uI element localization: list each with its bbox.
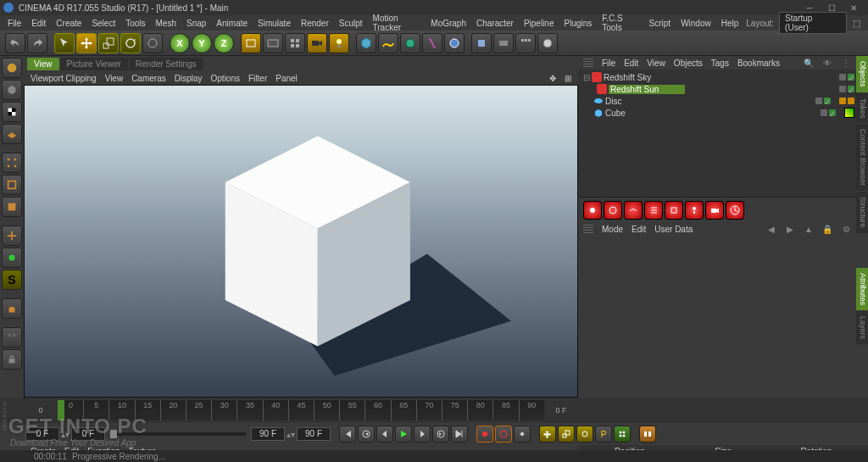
record-button[interactable] bbox=[476, 426, 493, 443]
redo-button[interactable] bbox=[27, 33, 47, 53]
rs-list-button[interactable] bbox=[644, 201, 663, 220]
tree-label[interactable]: Redshift Sun bbox=[609, 85, 685, 94]
attr-menu-user-data[interactable]: User Data bbox=[654, 225, 693, 234]
play-button[interactable] bbox=[395, 426, 412, 443]
eye-icon[interactable]: 👁 bbox=[822, 58, 832, 68]
layout-dropdown[interactable]: Startup (User) bbox=[779, 12, 847, 34]
nav-fwd-icon[interactable]: ▶ bbox=[785, 224, 795, 234]
add-mograph-button[interactable] bbox=[471, 33, 492, 53]
side-tab-takes[interactable]: Takes bbox=[856, 93, 868, 124]
side-tab-layers[interactable]: Layers bbox=[856, 311, 868, 344]
settings-icon[interactable]: ⚙ bbox=[841, 224, 851, 234]
timeline-window-button[interactable] bbox=[639, 426, 656, 443]
undo-button[interactable] bbox=[5, 33, 25, 53]
render-picture-viewer-button[interactable] bbox=[263, 33, 283, 53]
key-scale-button[interactable] bbox=[558, 426, 575, 443]
viewport-filter-menu[interactable]: Filter bbox=[248, 74, 267, 83]
time-slider[interactable] bbox=[110, 432, 246, 436]
menu-mesh[interactable]: Mesh bbox=[152, 17, 181, 30]
tree-row-redshift-sky[interactable]: ⊟ Redshift Sky ✓ bbox=[580, 71, 854, 83]
next-key-button[interactable] bbox=[432, 426, 449, 443]
search-icon[interactable]: 🔍 bbox=[804, 58, 814, 68]
viewport-config-icon[interactable]: ⊞ bbox=[565, 74, 571, 83]
tree-label[interactable]: Redshift Sky bbox=[604, 73, 680, 82]
tree-label[interactable]: Disc bbox=[605, 97, 682, 106]
objects-menu-view[interactable]: View bbox=[647, 58, 665, 68]
add-tag-button[interactable] bbox=[537, 33, 558, 53]
edge-mode[interactable] bbox=[2, 175, 22, 195]
viewport-view-menu[interactable]: View bbox=[105, 74, 124, 83]
lock-mode[interactable] bbox=[2, 349, 22, 370]
menu-create[interactable]: Create bbox=[52, 17, 86, 30]
menu-render[interactable]: Render bbox=[297, 17, 333, 30]
viewport-cameras-menu[interactable]: Cameras bbox=[131, 74, 166, 83]
side-tab-objects[interactable]: Objects bbox=[856, 56, 868, 92]
menu-character[interactable]: Character bbox=[472, 17, 518, 30]
menu-window[interactable]: Window bbox=[676, 17, 715, 30]
preview-end-field[interactable]: 90 F bbox=[297, 427, 331, 441]
tab-render-settings[interactable]: Render Settings bbox=[129, 58, 203, 70]
move-tool[interactable] bbox=[76, 33, 97, 53]
menu-select[interactable]: Select bbox=[87, 17, 120, 30]
menu-tools[interactable]: Tools bbox=[121, 17, 149, 30]
point-mode[interactable] bbox=[2, 153, 22, 173]
objects-menu-edit[interactable]: Edit bbox=[624, 58, 638, 68]
menu-motion-tracker[interactable]: Motion Tracker bbox=[369, 12, 426, 34]
menu-pipeline[interactable]: Pipeline bbox=[520, 17, 559, 30]
scale-tool[interactable] bbox=[98, 33, 119, 53]
add-light-button[interactable] bbox=[329, 33, 349, 53]
menu-help[interactable]: Help bbox=[717, 17, 743, 30]
add-spline-button[interactable] bbox=[378, 33, 398, 53]
live-select-tool[interactable] bbox=[54, 33, 75, 53]
tab-view[interactable]: View bbox=[27, 58, 59, 70]
rs-light-button[interactable] bbox=[583, 201, 602, 220]
viewport-panel-menu[interactable]: Panel bbox=[275, 74, 298, 83]
menu-script[interactable]: Script bbox=[645, 17, 676, 30]
axis-y-toggle[interactable]: Y bbox=[192, 33, 212, 53]
objects-menu-bookmarks[interactable]: Bookmarks bbox=[737, 58, 780, 68]
enable-snap[interactable]: S bbox=[2, 270, 22, 290]
add-hair-button[interactable] bbox=[515, 33, 536, 53]
loop-end-field[interactable]: 90 F bbox=[251, 427, 285, 441]
menu-file[interactable]: File bbox=[3, 17, 25, 30]
locked-workplane[interactable] bbox=[2, 298, 22, 319]
add-deformer-button[interactable] bbox=[422, 33, 442, 53]
rotate-tool[interactable] bbox=[120, 33, 141, 53]
prev-frame-button[interactable] bbox=[376, 426, 393, 443]
render-settings-button[interactable] bbox=[285, 33, 305, 53]
objects-menu-objects[interactable]: Objects bbox=[674, 58, 703, 68]
rs-proxy-button[interactable] bbox=[665, 201, 683, 220]
add-generator-button[interactable] bbox=[400, 33, 420, 53]
rs-render-button[interactable] bbox=[726, 201, 744, 220]
playhead[interactable] bbox=[58, 400, 64, 420]
time-slider-handle[interactable] bbox=[110, 430, 117, 438]
workplane-mode[interactable] bbox=[2, 124, 22, 144]
add-sculpt-button[interactable] bbox=[493, 33, 514, 53]
menu-snap[interactable]: Snap bbox=[182, 17, 210, 30]
enable-axis[interactable] bbox=[2, 225, 22, 246]
filter-icon[interactable]: ⋮ bbox=[841, 58, 851, 68]
recent-tool[interactable] bbox=[142, 33, 163, 53]
add-camera-button[interactable] bbox=[307, 33, 327, 53]
next-frame-button[interactable] bbox=[414, 426, 431, 443]
nav-up-icon[interactable]: ▲ bbox=[804, 224, 814, 234]
menu-plugins[interactable]: Plugins bbox=[560, 17, 597, 30]
polygon-mode[interactable] bbox=[2, 197, 22, 217]
viewport-clipping-menu[interactable]: Viewport Clipping bbox=[31, 74, 97, 83]
menu-simulate[interactable]: Simulate bbox=[253, 17, 295, 30]
viewport-options-menu[interactable]: Options bbox=[211, 74, 240, 83]
attr-menu-edit[interactable]: Edit bbox=[632, 225, 646, 234]
tree-row-disc[interactable]: Disc ✓ bbox=[580, 95, 854, 107]
menu-fcs-tools[interactable]: F.C.S Tools bbox=[598, 12, 643, 34]
objects-menu-tags[interactable]: Tags bbox=[711, 58, 729, 68]
prev-key-button[interactable] bbox=[358, 426, 375, 443]
goto-start-button[interactable] bbox=[339, 426, 356, 443]
object-manager-tree[interactable]: ⊟ Redshift Sky ✓ Redshift Sun ✓ Disc ✓ bbox=[578, 70, 856, 197]
viewport-display-menu[interactable]: Display bbox=[175, 74, 203, 83]
key-all-button[interactable] bbox=[614, 426, 631, 443]
goto-end-button[interactable] bbox=[451, 426, 468, 443]
autokey-button[interactable] bbox=[495, 426, 512, 443]
rs-env-button[interactable] bbox=[624, 201, 643, 220]
grip-icon[interactable] bbox=[583, 225, 593, 233]
tree-label[interactable]: Cube bbox=[605, 109, 682, 118]
